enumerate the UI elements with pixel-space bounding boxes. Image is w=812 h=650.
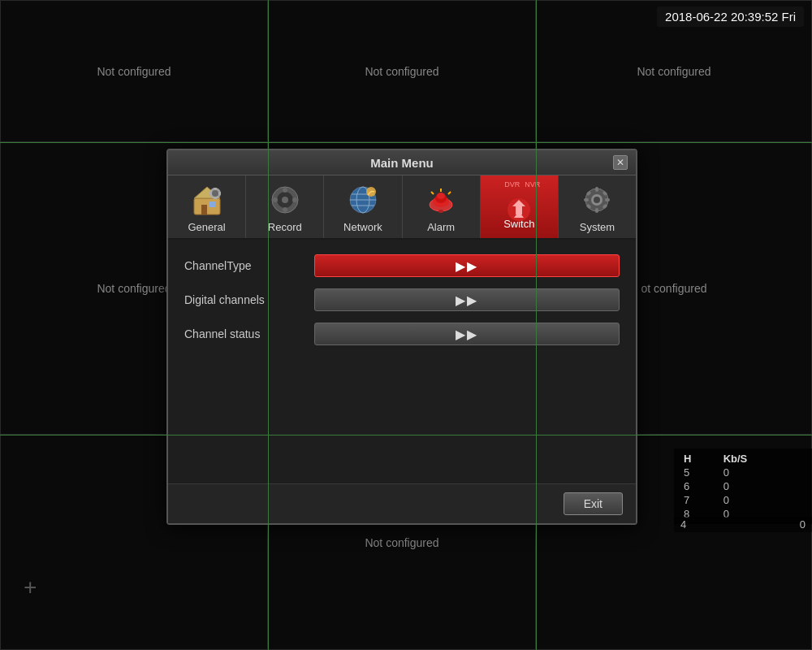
tab-network[interactable]: Network — [324, 176, 402, 238]
svg-rect-9 — [218, 192, 221, 195]
svg-point-16 — [292, 197, 297, 202]
channel-status-control[interactable]: ▶▶ — [314, 323, 620, 345]
svg-rect-41 — [605, 198, 610, 202]
dialog-titlebar: Main Menu ✕ — [168, 150, 636, 176]
digital-channels-control[interactable]: ▶▶ — [314, 288, 620, 311]
svg-line-31 — [448, 192, 451, 194]
menu-footer: Exit — [168, 483, 636, 523]
channel-type-button[interactable]: ▶▶ — [314, 254, 620, 277]
network-tab-label: Network — [343, 221, 382, 233]
svg-rect-40 — [584, 198, 589, 202]
channel-status-button[interactable]: ▶▶ — [314, 323, 620, 345]
alarm-tab-icon — [423, 182, 459, 218]
svg-point-14 — [283, 207, 287, 212]
tab-record[interactable]: Record — [246, 176, 324, 238]
dvr-nvr-badge: DVRNVR — [504, 180, 540, 188]
alarm-tab-label: Alarm — [427, 221, 455, 233]
svg-rect-38 — [595, 187, 598, 192]
svg-rect-7 — [214, 197, 217, 199]
channel-type-label: ChannelType — [184, 259, 314, 272]
grid-line-v2 — [536, 0, 537, 650]
add-camera-icon: + — [24, 574, 37, 600]
grid-line-h2 — [0, 435, 812, 436]
not-configured-label-4: Not configured — [97, 282, 171, 295]
svg-point-5 — [212, 190, 218, 197]
not-configured-label: Not configured — [97, 65, 171, 78]
svg-point-27 — [437, 193, 445, 199]
exit-button[interactable]: Exit — [564, 492, 623, 515]
switch-tab-icon-wrapper: DVRNVR — [501, 182, 537, 218]
channel-status-row: Channel status ▶▶ — [184, 323, 620, 345]
main-menu-dialog: Main Menu ✕ — [166, 149, 637, 525]
tab-bar: General Record — [168, 176, 636, 240]
system-tab-icon — [579, 182, 615, 218]
grid-cell-2: Not configured — [268, 0, 536, 142]
channel-status-label: Channel status — [184, 327, 314, 340]
svg-line-30 — [431, 192, 434, 194]
svg-rect-2 — [201, 205, 207, 214]
svg-point-13 — [283, 188, 287, 193]
svg-rect-28 — [438, 210, 443, 213]
network-tab-icon — [345, 182, 381, 218]
digital-channels-label: Digital channels — [184, 293, 314, 306]
not-configured-label-6: ot configured — [641, 282, 707, 295]
svg-point-12 — [282, 197, 288, 203]
tab-system[interactable]: System — [559, 176, 636, 238]
digital-channels-row: Digital channels ▶▶ — [184, 288, 620, 311]
record-tab-icon — [267, 182, 303, 218]
general-tab-icon — [189, 182, 225, 218]
stats-panel: HKb/S 50 60 70 80 — [674, 448, 812, 524]
timestamp: 2018-06-22 20:39:52 Fri — [657, 6, 804, 27]
dialog-title: Main Menu — [191, 156, 613, 170]
svg-rect-6 — [214, 188, 217, 190]
record-tab-label: Record — [268, 221, 302, 233]
digital-channels-button[interactable]: ▶▶ — [314, 288, 620, 311]
menu-content: ChannelType ▶▶ Digital channels ▶▶ Chann… — [168, 240, 636, 483]
tab-alarm[interactable]: Alarm — [403, 176, 481, 238]
close-button[interactable]: ✕ — [613, 155, 628, 170]
stats-bottom-row: 40 — [674, 517, 812, 532]
channel-type-control[interactable]: ▶▶ — [314, 254, 620, 277]
tab-general[interactable]: General — [168, 176, 246, 238]
svg-rect-3 — [209, 202, 215, 207]
stats-header-kbs: Kb/S — [720, 452, 806, 466]
grid-cell-1: Not configured — [0, 0, 268, 142]
svg-point-37 — [594, 197, 600, 203]
grid-line-v1 — [268, 0, 269, 650]
not-configured-label-8: Not configured — [365, 536, 438, 549]
svg-point-15 — [273, 197, 278, 202]
grid-line-h1 — [0, 142, 812, 143]
general-tab-label: General — [188, 221, 225, 233]
svg-rect-39 — [595, 208, 598, 213]
system-tab-label: System — [580, 221, 615, 233]
channel-type-row: ChannelType ▶▶ — [184, 254, 620, 277]
not-configured-label-2: Not configured — [365, 65, 438, 78]
not-configured-label-3: Not configured — [637, 65, 710, 78]
tab-switch[interactable]: DVRNVR Switch — [481, 176, 559, 238]
svg-rect-8 — [209, 192, 212, 195]
